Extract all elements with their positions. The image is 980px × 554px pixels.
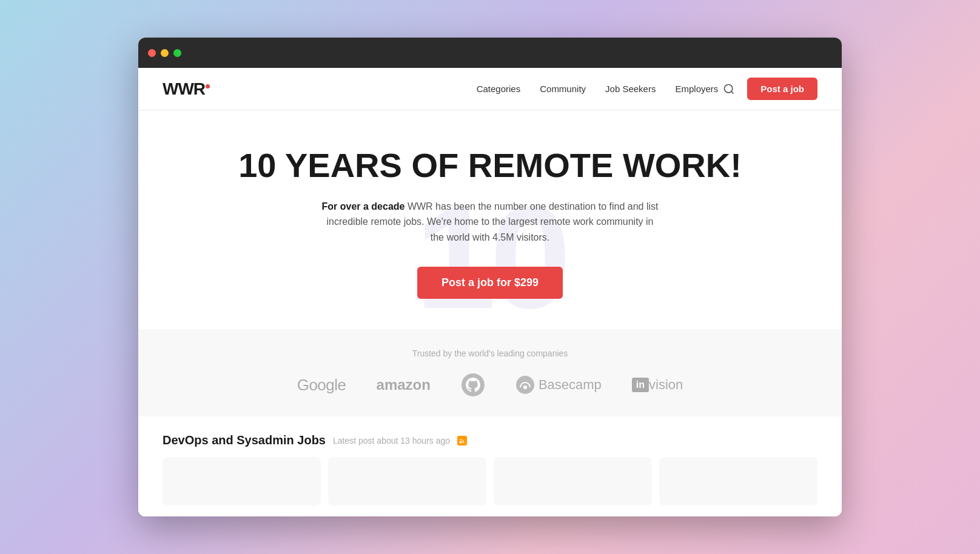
maximize-button[interactable] [173, 49, 181, 57]
job-card[interactable] [494, 457, 652, 506]
invision-box: in [632, 378, 649, 392]
navbar: WWR Categories Community Job Seekers Emp… [138, 68, 842, 110]
traffic-lights [148, 49, 181, 57]
logo-dot [206, 84, 210, 88]
amazon-logo-text: amazon [377, 376, 431, 393]
hero-subtitle-bold: For over a decade [322, 201, 405, 212]
nav-link-categories[interactable]: Categories [477, 84, 521, 94]
svg-point-3 [516, 376, 534, 394]
github-logo [461, 373, 485, 397]
jobs-section: DevOps and Sysadmin Jobs Latest post abo… [138, 416, 842, 516]
basecamp-logo: Basecamp [515, 375, 602, 395]
browser-window: WWR Categories Community Job Seekers Emp… [138, 38, 842, 516]
nav-link-job-seekers[interactable]: Job Seekers [605, 84, 656, 94]
svg-point-5 [460, 441, 461, 443]
nav-item-employers[interactable]: Employers [675, 84, 718, 95]
nav-item-job-seekers[interactable]: Job Seekers [605, 84, 656, 95]
hero-title: 10 YEARS OF REMOTE WORK! [238, 147, 742, 184]
rss-icon[interactable] [457, 436, 467, 446]
invision-text: vision [649, 377, 683, 393]
hero-subtitle: For over a decade WWR has been the numbe… [320, 199, 660, 245]
svg-point-4 [523, 385, 527, 389]
job-card[interactable] [659, 457, 817, 506]
jobs-section-meta: Latest post about 13 hours ago [333, 436, 450, 446]
close-button[interactable] [148, 49, 156, 57]
job-card[interactable] [163, 457, 321, 506]
minimize-button[interactable] [161, 49, 169, 57]
nav-item-community[interactable]: Community [540, 84, 586, 95]
job-card[interactable] [328, 457, 486, 506]
basecamp-text: Basecamp [539, 377, 602, 393]
nav-links: Categories Community Job Seekers Employe… [477, 84, 719, 95]
invision-logo: invision [632, 377, 683, 393]
browser-chrome [138, 38, 842, 68]
hero-section: 10 10 YEARS OF REMOTE WORK! For over a d… [138, 110, 842, 329]
jobs-list [163, 457, 817, 506]
google-logo-text: Google [297, 376, 346, 395]
nav-link-employers[interactable]: Employers [675, 84, 718, 94]
browser-content: WWR Categories Community Job Seekers Emp… [138, 68, 842, 516]
nav-item-categories[interactable]: Categories [477, 84, 521, 95]
company-logos: Google amazon [163, 373, 817, 397]
svg-point-2 [461, 373, 485, 396]
hero-bg-text: 10 [415, 174, 565, 329]
trusted-section: Trusted by the world's leading companies… [138, 329, 842, 416]
svg-point-0 [725, 84, 733, 92]
logo-text: WWR [163, 79, 205, 98]
amazon-logo: amazon [377, 376, 431, 393]
google-logo: Google [297, 376, 346, 395]
search-icon[interactable] [723, 83, 735, 95]
post-job-hero-button[interactable]: Post a job for $299 [417, 267, 563, 299]
jobs-section-title: DevOps and Sysadmin Jobs [163, 433, 326, 447]
logo[interactable]: WWR [163, 79, 210, 99]
trusted-label: Trusted by the world's leading companies [163, 349, 817, 358]
basecamp-icon [515, 375, 535, 395]
svg-line-1 [731, 91, 734, 93]
nav-link-community[interactable]: Community [540, 84, 586, 94]
jobs-section-header: DevOps and Sysadmin Jobs Latest post abo… [163, 433, 817, 447]
post-job-nav-button[interactable]: Post a job [747, 78, 817, 100]
